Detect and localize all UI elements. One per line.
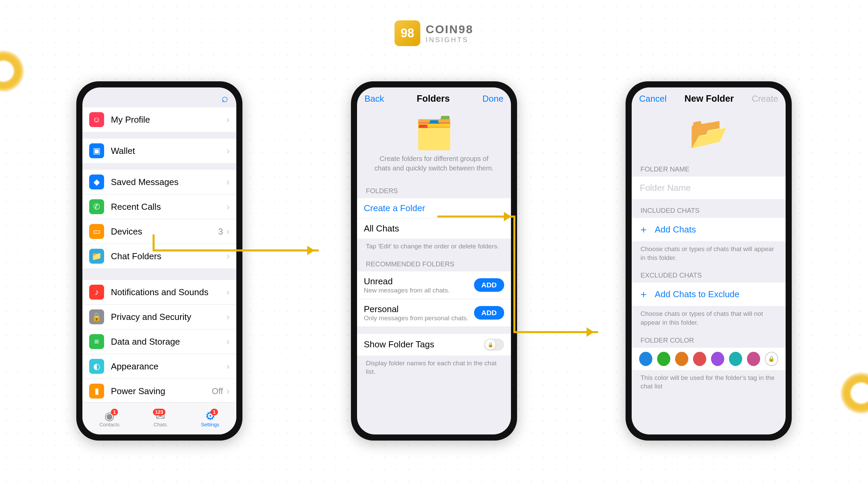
row-label: Wallet xyxy=(111,146,226,156)
search-icon[interactable]: ⌕ xyxy=(82,87,236,107)
phone-folders: Back Folders Done 🗂️ Create folders for … xyxy=(351,81,517,441)
add-button[interactable]: ADD xyxy=(474,306,505,320)
row-privacy[interactable]: 🔒 Privacy and Security › xyxy=(82,305,236,329)
row-label: Privacy and Security xyxy=(111,312,226,322)
row-label: My Profile xyxy=(111,115,226,125)
devices-icon: ▭ xyxy=(89,224,104,239)
row-saved-messages[interactable]: ◆ Saved Messages › xyxy=(82,170,236,195)
row-value: Off xyxy=(212,386,223,396)
chevron-right-icon: › xyxy=(226,251,230,262)
color-swatch[interactable] xyxy=(639,352,652,366)
color-swatch[interactable] xyxy=(747,352,760,366)
row-power-saving[interactable]: ▮ Power Saving Off › xyxy=(82,379,236,402)
show-tags-label: Show Folder Tags xyxy=(364,339,484,350)
add-exclude-label: Add Chats to Exclude xyxy=(655,289,779,300)
tab-chats[interactable]: ✉ Chats 123 xyxy=(154,410,167,427)
row-all-chats[interactable]: All Chats xyxy=(357,219,511,239)
tab-bar: ◉ Contacts 1 ✉ Chats 123 ⚙ Settings 1 xyxy=(82,402,236,434)
row-show-folder-tags[interactable]: Show Folder Tags 🔒 xyxy=(357,334,511,355)
database-icon: ≡ xyxy=(89,334,104,349)
tab-label: Contacts xyxy=(99,422,119,427)
row-recent-calls[interactable]: ✆ Recent Calls › xyxy=(82,195,236,219)
row-appearance[interactable]: ◐ Appearance › xyxy=(82,354,236,379)
chevron-right-icon: › xyxy=(226,336,230,347)
add-button[interactable]: ADD xyxy=(474,278,505,292)
back-button[interactable]: Back xyxy=(364,94,384,104)
included-footer: Choose chats or types of chats that will… xyxy=(632,241,786,264)
folders-caption: Create folders for different groups of c… xyxy=(371,154,497,173)
phone-new-folder: Cancel New Folder Create 📂 FOLDER NAME F… xyxy=(626,81,792,441)
tab-label: Chats xyxy=(154,422,167,427)
row-add-chats[interactable]: ＋ Add Chats xyxy=(632,218,786,241)
section-included: INCLUDED CHATS xyxy=(632,199,786,218)
nav-bar: Cancel New Folder Create xyxy=(632,87,786,109)
color-swatch[interactable] xyxy=(675,352,688,366)
chevron-right-icon: › xyxy=(226,226,230,237)
section-excluded: EXCLUDED CHATS xyxy=(632,264,786,283)
arrow-2-h xyxy=(437,216,515,218)
color-locked[interactable]: 🔒 xyxy=(765,352,778,366)
cancel-button[interactable]: Cancel xyxy=(639,94,667,104)
chevron-right-icon: › xyxy=(226,201,230,212)
chevron-right-icon: › xyxy=(226,311,230,322)
folders-illustration: 🗂️ xyxy=(371,115,497,151)
phone-icon: ✆ xyxy=(89,199,104,214)
lock-icon: 🔒 xyxy=(89,309,104,324)
tab-settings[interactable]: ⚙ Settings 1 xyxy=(201,410,219,427)
chevron-right-icon: › xyxy=(226,177,230,187)
row-wallet[interactable]: ▣ Wallet › xyxy=(82,139,236,163)
row-devices[interactable]: ▭ Devices 3 › xyxy=(82,219,236,244)
color-swatch[interactable] xyxy=(657,352,670,366)
arrow-2-end xyxy=(513,331,598,333)
brand-icon: 98 xyxy=(395,20,420,46)
tab-contacts[interactable]: ◉ Contacts 1 xyxy=(99,410,119,427)
color-swatch[interactable] xyxy=(729,352,742,366)
add-chats-label: Add Chats xyxy=(655,224,779,235)
plus-icon: ＋ xyxy=(638,223,649,237)
color-swatch[interactable] xyxy=(711,352,724,366)
row-label: Recent Calls xyxy=(111,202,226,212)
folders-footer: Tap 'Edit' to change the order or delete… xyxy=(357,239,511,253)
rec-sub: Only messages from personal chats. xyxy=(364,314,474,322)
tags-footer: Display folder names for each chat in th… xyxy=(357,355,511,378)
done-button[interactable]: Done xyxy=(482,94,504,104)
row-data-storage[interactable]: ≡ Data and Storage › xyxy=(82,329,236,354)
chevron-right-icon: › xyxy=(226,114,230,125)
row-add-chats-exclude[interactable]: ＋ Add Chats to Exclude xyxy=(632,283,786,306)
excluded-footer: Choose chats or types of chats that will… xyxy=(632,306,786,329)
row-chat-folders[interactable]: 📁 Chat Folders › xyxy=(82,244,236,268)
toggle-show-tags[interactable]: 🔒 xyxy=(484,339,504,351)
row-my-profile[interactable]: ☺ My Profile › xyxy=(82,107,236,132)
section-folder-color: FOLDER COLOR xyxy=(632,329,786,348)
nav-bar: Back Folders Done xyxy=(357,87,511,109)
color-footer: This color will be used for the folder's… xyxy=(632,370,786,393)
open-folder-illustration: 📂 xyxy=(645,115,772,151)
arrow-1 xyxy=(153,249,319,251)
color-picker: 🔒 xyxy=(632,348,786,370)
phone-settings: ⌕ ☺ My Profile › ▣ Wallet › xyxy=(76,81,242,441)
create-button[interactable]: Create xyxy=(752,94,778,104)
rec-row-personal: Personal Only messages from personal cha… xyxy=(357,299,511,327)
create-folder-label: Create a Folder xyxy=(364,203,504,214)
badge: 1 xyxy=(111,409,118,415)
folder-icon: 📁 xyxy=(89,249,104,264)
row-label: Devices xyxy=(111,226,218,237)
brand-logo: 98 COIN98 INSIGHTS xyxy=(395,20,474,46)
tab-label: Settings xyxy=(201,422,219,427)
row-label: Power Saving xyxy=(111,386,212,396)
badge: 1 xyxy=(211,409,218,415)
section-recommended: RECOMMENDED FOLDERS xyxy=(357,253,511,271)
section-folder-name: FOLDER NAME xyxy=(632,158,786,177)
row-notifications[interactable]: ♪ Notifications and Sounds › xyxy=(82,280,236,305)
arrow-2-v xyxy=(513,216,515,332)
appearance-icon: ◐ xyxy=(89,359,104,374)
wallet-icon: ▣ xyxy=(89,143,104,158)
all-chats-label: All Chats xyxy=(364,223,504,234)
color-swatch[interactable] xyxy=(693,352,706,366)
row-label: Saved Messages xyxy=(111,177,226,187)
folder-name-input[interactable]: Folder Name xyxy=(632,177,786,199)
chevron-right-icon: › xyxy=(226,386,230,396)
row-label: Appearance xyxy=(111,361,226,372)
row-label: Chat Folders xyxy=(111,251,226,262)
brand-name: COIN98 xyxy=(426,23,474,36)
